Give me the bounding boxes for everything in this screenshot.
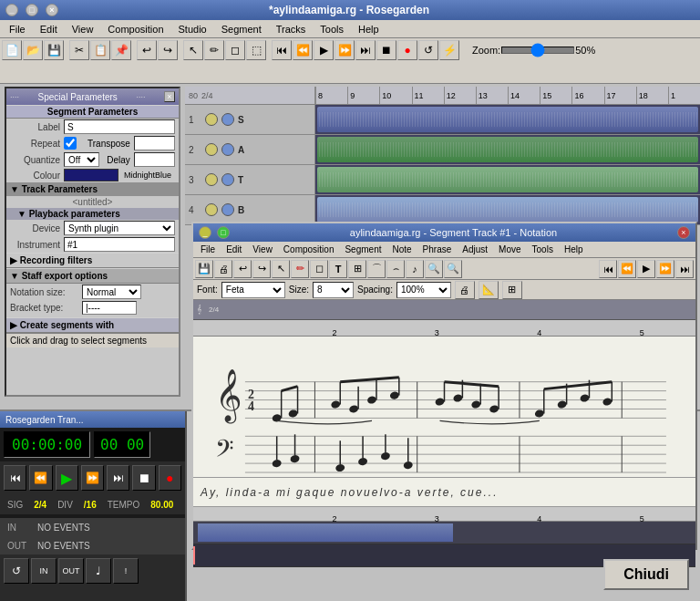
- transport-fwd[interactable]: ⏩: [81, 465, 104, 491]
- notation-menu-adjust[interactable]: Adjust: [457, 244, 493, 255]
- tb-fast-fwd[interactable]: ⏩: [335, 40, 355, 60]
- track-content-1[interactable]: [315, 105, 700, 134]
- recording-filters-header[interactable]: ▶ Recording filters: [6, 253, 179, 268]
- notation-tb-undo[interactable]: ↩: [233, 260, 252, 278]
- track-content-2[interactable]: [315, 135, 700, 164]
- colour-swatch[interactable]: [64, 169, 118, 181]
- tb-play[interactable]: ▶: [314, 40, 334, 60]
- track-solo-1[interactable]: [221, 113, 234, 126]
- notation-minimize[interactable]: _: [199, 226, 211, 239]
- track-mute-4[interactable]: [205, 203, 218, 216]
- tb-pointer[interactable]: ↖: [183, 40, 203, 60]
- notation-tb-zoom-in[interactable]: 🔍: [425, 260, 443, 278]
- transpose-input[interactable]: [134, 136, 175, 150]
- tb-punch[interactable]: ⚡: [439, 40, 459, 60]
- notation-size-select[interactable]: Normal: [82, 285, 141, 299]
- tb-rewind[interactable]: ⏮: [272, 40, 292, 60]
- tb-save[interactable]: 💾: [44, 40, 64, 60]
- transport-back[interactable]: ⏪: [29, 465, 52, 491]
- tb-end[interactable]: ⏭: [355, 40, 376, 60]
- track-solo-3[interactable]: [221, 173, 234, 186]
- size-select[interactable]: 8: [313, 282, 354, 298]
- track-solo-4[interactable]: [221, 203, 234, 216]
- mini-seg-1[interactable]: [198, 523, 453, 542]
- notation-tb-erase[interactable]: ◻: [310, 260, 328, 278]
- track-mute-3[interactable]: [205, 173, 218, 186]
- notation-tb-print[interactable]: 🖨: [214, 260, 232, 278]
- notation-tb-beam[interactable]: ⊞: [348, 260, 366, 278]
- staff-export-header[interactable]: ▼ Staff export options: [6, 268, 179, 284]
- track-segment-1[interactable]: [317, 107, 698, 132]
- notation-menu-move[interactable]: Move: [493, 244, 526, 255]
- notation-menu-help[interactable]: Help: [559, 244, 589, 255]
- tb-eraser[interactable]: ◻: [225, 40, 245, 60]
- tb-copy[interactable]: 📋: [90, 40, 110, 60]
- close-btn[interactable]: ×: [46, 4, 58, 16]
- tb-undo[interactable]: ↩: [137, 40, 157, 60]
- track-segment-4[interactable]: [317, 197, 698, 223]
- transport-punch-in[interactable]: IN: [31, 558, 57, 584]
- notation-tb-zoom-out[interactable]: 🔍: [444, 260, 462, 278]
- tb-redo[interactable]: ↪: [158, 40, 178, 60]
- notation-tb-text[interactable]: T: [329, 260, 347, 278]
- menu-segment[interactable]: Segment: [214, 22, 269, 36]
- track-mute-2[interactable]: [205, 143, 218, 156]
- transport-play[interactable]: ▶: [56, 465, 78, 491]
- device-select[interactable]: Synth plugin: [64, 221, 175, 235]
- notation-tb-save[interactable]: 💾: [195, 260, 213, 278]
- transport-rewind[interactable]: ⏮: [4, 465, 26, 491]
- tb-select[interactable]: ⬚: [246, 40, 266, 60]
- track-params-section[interactable]: ▼ Track Parameters: [6, 182, 179, 196]
- notation-menu-segment[interactable]: Segment: [339, 244, 386, 255]
- menu-tools[interactable]: Tools: [313, 22, 351, 36]
- notation-tb-slur[interactable]: ⌢: [386, 260, 405, 278]
- notation-tb-pencil[interactable]: ✏: [291, 260, 309, 278]
- transport-loop[interactable]: ↺: [4, 558, 29, 584]
- notation-menu-tools[interactable]: Tools: [527, 244, 559, 255]
- track-segment-3[interactable]: [317, 167, 698, 192]
- label-input[interactable]: [64, 119, 175, 134]
- tb-loop[interactable]: ↺: [418, 40, 438, 60]
- menu-studio[interactable]: Studio: [171, 22, 214, 36]
- notation-print-btn[interactable]: 🖨: [455, 281, 475, 299]
- menu-composition[interactable]: Composition: [100, 22, 170, 36]
- transport-stop[interactable]: ⏹: [132, 465, 155, 491]
- notation-grid-btn[interactable]: ⊞: [502, 281, 522, 299]
- transport-panic[interactable]: !: [113, 558, 139, 584]
- instrument-input[interactable]: [64, 237, 175, 252]
- notation-tb-fwd[interactable]: ⏩: [656, 260, 674, 278]
- repeat-checkbox[interactable]: [64, 137, 77, 150]
- notation-menu-file[interactable]: File: [195, 244, 221, 255]
- menu-view[interactable]: View: [65, 22, 101, 36]
- tb-stop[interactable]: ⏹: [376, 40, 396, 60]
- menu-help[interactable]: Help: [351, 22, 386, 36]
- transport-record[interactable]: ●: [159, 465, 181, 491]
- tb-paste[interactable]: 📌: [111, 40, 131, 60]
- menu-edit[interactable]: Edit: [33, 22, 65, 36]
- transport-punch-out[interactable]: OUT: [58, 558, 84, 584]
- notation-tb-rewind[interactable]: ⏮: [599, 260, 617, 278]
- menu-file[interactable]: File: [2, 22, 33, 36]
- font-select[interactable]: Feta: [221, 282, 285, 298]
- notation-tb-end[interactable]: ⏭: [675, 260, 694, 278]
- maximize-btn[interactable]: □: [26, 4, 38, 16]
- notation-tb-back[interactable]: ⏪: [618, 260, 636, 278]
- tb-pencil[interactable]: ✏: [204, 40, 224, 60]
- panel-close-btn[interactable]: ×: [164, 91, 175, 102]
- playback-section[interactable]: ▼ Playback parameters: [6, 208, 179, 220]
- notation-menu-phrase[interactable]: Phrase: [417, 244, 458, 255]
- notation-tb-play[interactable]: ▶: [637, 260, 655, 278]
- track-mute-1[interactable]: [205, 113, 218, 126]
- zoom-slider[interactable]: [501, 47, 574, 54]
- notation-tb-redo[interactable]: ↪: [252, 260, 271, 278]
- create-segments-header[interactable]: ▶ Create segments with: [6, 317, 179, 333]
- chiudi-button[interactable]: Chiudi: [603, 559, 689, 590]
- tb-record[interactable]: ●: [397, 40, 417, 60]
- track-content-4[interactable]: [315, 195, 700, 224]
- notation-tb-pointer[interactable]: ↖: [272, 260, 290, 278]
- notation-maximize[interactable]: □: [217, 226, 230, 239]
- notation-menu-note[interactable]: Note: [386, 244, 417, 255]
- transport-metronome[interactable]: ♩: [86, 558, 111, 584]
- track-segment-2[interactable]: [317, 137, 698, 162]
- tb-open[interactable]: 📂: [23, 40, 43, 60]
